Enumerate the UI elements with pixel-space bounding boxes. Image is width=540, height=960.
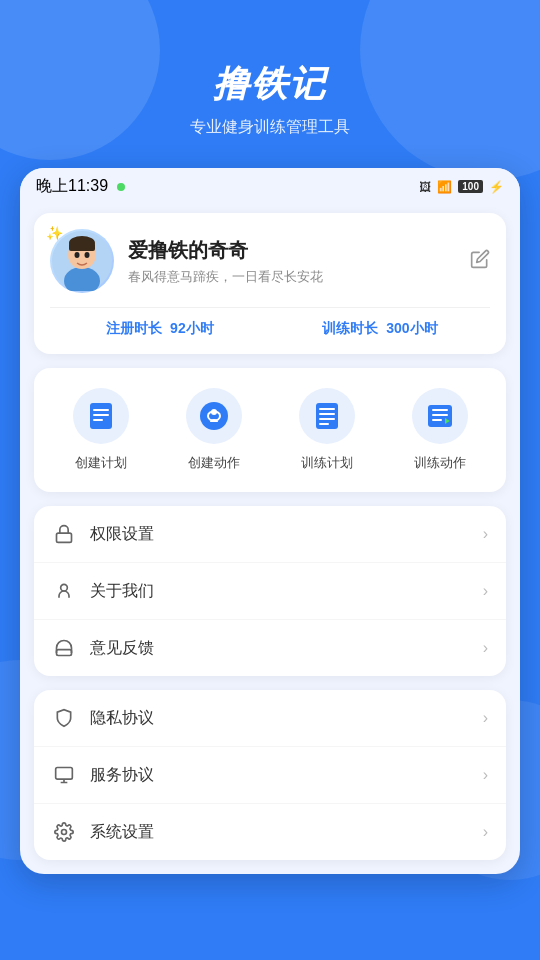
avatar-container: ✨	[50, 229, 114, 293]
action-create-move[interactable]: 创建动作	[186, 388, 242, 472]
service-icon	[52, 763, 76, 787]
battery-icon: 100	[458, 180, 483, 193]
action-create-plan[interactable]: 创建计划	[73, 388, 129, 472]
privacy-icon	[52, 706, 76, 730]
action-training-plan[interactable]: 训练计划	[299, 388, 355, 472]
svg-rect-20	[432, 414, 448, 416]
svg-point-6	[85, 252, 90, 258]
about-arrow: ›	[483, 582, 488, 600]
app-subtitle: 专业健身训练管理工具	[20, 117, 520, 138]
app-title: 撸铁记	[20, 60, 520, 109]
quick-actions: 创建计划 创建动作	[34, 368, 506, 492]
profile-card: ✨ 爱撸铁的奇奇 春风得意马蹄疾，一日看尽长安花 注册时长 92小时	[34, 213, 506, 354]
settings-icon	[52, 820, 76, 844]
svg-rect-19	[432, 409, 448, 411]
svg-point-27	[62, 830, 67, 835]
charging-icon: ⚡	[489, 180, 504, 194]
svg-rect-22	[57, 533, 72, 542]
stat-registration-value: 92小时	[170, 320, 214, 336]
privacy-arrow: ›	[483, 709, 488, 727]
settings-label: 系统设置	[90, 822, 483, 843]
permissions-arrow: ›	[483, 525, 488, 543]
svg-rect-13	[316, 403, 338, 429]
svg-point-5	[75, 252, 80, 258]
create-move-icon	[186, 388, 242, 444]
menu-item-feedback[interactable]: 意见反馈 ›	[34, 620, 506, 676]
svg-rect-4	[69, 243, 95, 251]
svg-rect-16	[319, 418, 335, 420]
stat-training-value: 300小时	[386, 320, 437, 336]
svg-rect-8	[93, 409, 109, 411]
service-arrow: ›	[483, 766, 488, 784]
lock-icon	[52, 522, 76, 546]
svg-rect-24	[56, 768, 73, 780]
wifi-icon: 📶	[437, 180, 452, 194]
feedback-label: 意见反馈	[90, 638, 483, 659]
action-training-move[interactable]: 训练动作	[412, 388, 468, 472]
profile-motto: 春风得意马蹄疾，一日看尽长安花	[128, 268, 470, 286]
training-plan-label: 训练计划	[301, 454, 353, 472]
phone-mockup: 晚上11:39 🖼 📶 100 ⚡	[20, 168, 520, 874]
menu-section-2: 隐私协议 › 服务协议 ›	[34, 690, 506, 860]
image-icon: 🖼	[419, 180, 431, 194]
create-plan-icon	[73, 388, 129, 444]
menu-section-1: 权限设置 › 关于我们 ›	[34, 506, 506, 676]
create-move-label: 创建动作	[188, 454, 240, 472]
svg-rect-9	[93, 414, 109, 416]
feedback-icon	[52, 636, 76, 660]
service-label: 服务协议	[90, 765, 483, 786]
privacy-label: 隐私协议	[90, 708, 483, 729]
menu-item-settings[interactable]: 系统设置 ›	[34, 804, 506, 860]
create-plan-label: 创建计划	[75, 454, 127, 472]
svg-rect-17	[319, 423, 329, 425]
menu-item-privacy[interactable]: 隐私协议 ›	[34, 690, 506, 747]
profile-top: ✨ 爱撸铁的奇奇 春风得意马蹄疾，一日看尽长安花	[50, 229, 490, 293]
svg-rect-10	[93, 419, 103, 421]
menu-item-permissions[interactable]: 权限设置 ›	[34, 506, 506, 563]
profile-name: 爱撸铁的奇奇	[128, 237, 470, 264]
svg-rect-21	[432, 419, 442, 421]
training-move-label: 训练动作	[414, 454, 466, 472]
svg-point-23	[61, 584, 68, 591]
status-icons: 🖼 📶 100 ⚡	[419, 180, 504, 194]
status-time: 晚上11:39	[36, 176, 125, 197]
edit-button[interactable]	[470, 249, 490, 274]
stat-registration: 注册时长 92小时	[50, 320, 270, 338]
status-dot	[117, 183, 125, 191]
about-icon	[52, 579, 76, 603]
stat-training: 训练时长 300小时	[270, 320, 490, 338]
page-container: 撸铁记 专业健身训练管理工具 晚上11:39 🖼 📶 100 ⚡	[0, 0, 540, 914]
feedback-arrow: ›	[483, 639, 488, 657]
training-plan-icon	[299, 388, 355, 444]
status-bar: 晚上11:39 🖼 📶 100 ⚡	[20, 168, 520, 203]
svg-rect-14	[319, 408, 335, 410]
stat-registration-label: 注册时长	[106, 320, 162, 336]
svg-point-12	[211, 409, 217, 415]
about-label: 关于我们	[90, 581, 483, 602]
menu-item-service[interactable]: 服务协议 ›	[34, 747, 506, 804]
svg-rect-15	[319, 413, 335, 415]
training-move-icon	[412, 388, 468, 444]
profile-info: 爱撸铁的奇奇 春风得意马蹄疾，一日看尽长安花	[128, 237, 470, 286]
permissions-label: 权限设置	[90, 524, 483, 545]
header: 撸铁记 专业健身训练管理工具	[0, 0, 540, 168]
avatar-stars: ✨	[46, 225, 63, 241]
settings-arrow: ›	[483, 823, 488, 841]
svg-point-11	[200, 402, 228, 430]
menu-item-about[interactable]: 关于我们 ›	[34, 563, 506, 620]
stat-training-label: 训练时长	[322, 320, 378, 336]
profile-stats: 注册时长 92小时 训练时长 300小时	[50, 307, 490, 338]
